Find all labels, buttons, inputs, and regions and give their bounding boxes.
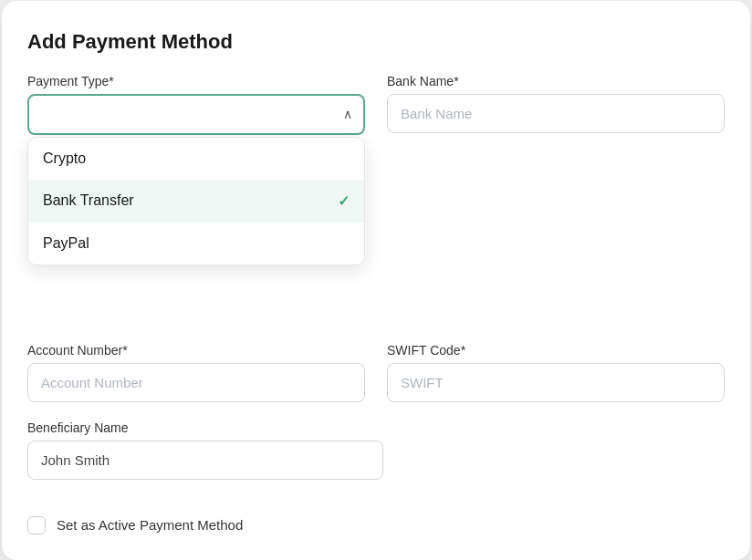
add-payment-method-card: Add Payment Method Payment Type* ∧ Crypt… [2,1,750,560]
swift-code-group: SWIFT Code* [387,343,725,402]
active-payment-checkbox[interactable] [27,516,46,534]
active-payment-checkbox-row: Set as Active Payment Method [27,516,725,534]
account-swift-row: Account Number* SWIFT Code* [27,343,725,402]
bank-name-group: Bank Name* [387,74,725,133]
dropdown-item-bank-transfer-label: Bank Transfer [43,192,134,209]
payment-type-dropdown-wrapper: ∧ Crypto Bank Transfer ✓ Bank Transfer a… [27,94,365,135]
account-number-group: Account Number* [27,343,365,402]
dropdown-item-paypal[interactable]: PayPal [28,223,364,264]
active-payment-checkbox-label: Set as Active Payment Method [57,517,243,533]
beneficiary-name-label: Beneficiary Name [27,420,383,435]
payment-type-label: Payment Type* [27,74,365,88]
swift-code-input[interactable] [387,363,725,402]
checkmark-icon: ✓ [338,192,350,210]
card-title: Add Payment Method [27,30,725,54]
payment-type-dropdown-list: Crypto Bank Transfer ✓ Bank Transfer as … [27,137,365,265]
payment-type-group: Payment Type* ∧ Crypto Bank Transfer ✓ [27,74,365,135]
swift-code-label: SWIFT Code* [387,343,725,358]
beneficiary-name-group: Beneficiary Name [27,420,383,480]
beneficiary-name-input[interactable] [27,441,383,480]
account-number-input[interactable] [27,363,365,402]
dropdown-item-crypto-label: Crypto [43,150,86,167]
bank-name-label: Bank Name* [387,74,725,88]
dropdown-item-paypal-label: PayPal [43,235,89,252]
payment-type-input[interactable] [27,94,365,135]
dropdown-item-crypto[interactable]: Crypto [28,138,364,180]
bank-name-input[interactable] [387,94,725,133]
dropdown-item-bank-transfer[interactable]: Bank Transfer ✓ Bank Transfer as Payment… [28,180,364,223]
account-number-label: Account Number* [27,343,365,358]
